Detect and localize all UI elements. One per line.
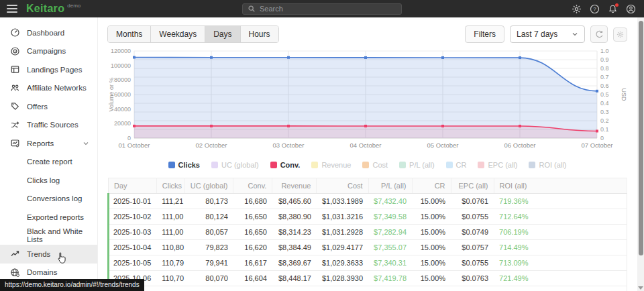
settings-gear-icon[interactable]	[572, 4, 582, 14]
svg-text:04 October: 04 October	[350, 141, 382, 149]
tab-months[interactable]: Months	[108, 26, 151, 42]
column-header[interactable]: Clicks	[156, 178, 184, 194]
column-header[interactable]: P/L (all)	[368, 178, 412, 194]
legend-item[interactable]: CR	[446, 161, 467, 169]
svg-text:?: ?	[593, 6, 596, 12]
legend-item[interactable]: ROI (all)	[529, 161, 566, 169]
table-cell: 721.49%	[494, 271, 627, 286]
sidebar-item-campaigns[interactable]: Campaigns	[0, 42, 97, 61]
toolbar: Months Weekdays Days Hours Filters Last …	[107, 25, 627, 43]
scrollbar-down-arrow-icon[interactable]	[638, 286, 643, 290]
table-cell: 2025-10-01	[109, 194, 157, 209]
date-range-select[interactable]: Last 7 days	[510, 25, 585, 43]
svg-text:40000: 40000	[114, 106, 131, 113]
legend-item[interactable]: Conv.	[270, 161, 301, 169]
table-row-partial[interactable]: 2025-10-0764,8046,8009,720$4,900.01$601.…	[109, 286, 627, 291]
table-row[interactable]: 2025-10-06110,7080,07016,604$8,448.17$1,…	[109, 271, 627, 286]
table-row[interactable]: 2025-10-02111,0080,12416,650$8,380.90$1,…	[109, 209, 627, 225]
table-cell: 15.00%	[412, 255, 451, 271]
table-cell: 715.10%	[494, 286, 627, 291]
refresh-button[interactable]	[590, 25, 608, 43]
sidebar-item-dashboard[interactable]: Dashboard	[0, 23, 97, 42]
legend-label: ROI (all)	[539, 161, 566, 169]
legend-item[interactable]: P/L (all)	[399, 161, 435, 169]
notifications-bell-icon[interactable]	[608, 4, 618, 14]
svg-text:0.9: 0.9	[600, 56, 609, 63]
svg-text:1.0: 1.0	[600, 48, 609, 54]
scrollbar-thumb[interactable]	[639, 21, 643, 255]
table-cell: $7,355.07	[368, 240, 412, 255]
table-row[interactable]: 2025-10-01111,2180,17316,680$8,465.60$1,…	[109, 194, 627, 209]
column-header[interactable]: Conv.	[233, 178, 272, 194]
table-cell: $8,384.49	[272, 240, 317, 255]
app-logo[interactable]: Keitaro	[26, 3, 64, 15]
column-header[interactable]: Revenue	[272, 178, 317, 194]
table-cell: 80,057	[184, 225, 233, 240]
hamburger-menu-icon[interactable]	[7, 5, 17, 13]
table-row[interactable]: 2025-10-05110,7979,94116,617$8,369.67$1,…	[109, 255, 627, 271]
tab-days[interactable]: Days	[205, 26, 240, 42]
sidebar-item-create-report[interactable]: Create report	[0, 153, 97, 172]
legend-item[interactable]: UC (global)	[211, 161, 259, 169]
table-cell: 110,79	[156, 255, 184, 271]
legend-item[interactable]: Clicks	[168, 161, 200, 169]
table-cell: 16,650	[233, 209, 272, 225]
main-content: Months Weekdays Days Hours Filters Last …	[98, 17, 637, 291]
sidebar-item-black-white-lists[interactable]: Black and White Lists	[0, 227, 97, 245]
sidebar-item-exported-reports[interactable]: Exported reports	[0, 208, 97, 227]
help-icon[interactable]: ?	[590, 4, 600, 14]
table-cell: 111,00	[156, 209, 184, 225]
table-cell: $0.0761	[451, 194, 494, 209]
vertical-scrollbar[interactable]	[637, 17, 644, 291]
column-header[interactable]: EPC (all)	[451, 178, 494, 194]
sidebar-label: Create report	[27, 158, 72, 166]
landings-page-icon	[9, 64, 20, 74]
user-account-icon[interactable]	[626, 4, 636, 14]
table-cell: 9,720	[233, 286, 272, 291]
sidebar-label: Campaigns	[27, 47, 66, 55]
legend-item[interactable]: Revenue	[311, 161, 351, 169]
global-search[interactable]	[242, 3, 402, 15]
sidebar-item-affiliate-networks[interactable]: Affiliate Networks	[0, 79, 97, 98]
svg-text:0.3: 0.3	[600, 109, 609, 115]
legend-item[interactable]: Cost	[362, 161, 388, 169]
column-header[interactable]: Cost	[317, 178, 368, 194]
column-header[interactable]: UC (global)	[184, 178, 233, 194]
sidebar-item-traffic-sources[interactable]: Traffic Sources	[0, 116, 97, 135]
traffic-split-icon	[9, 120, 20, 130]
legend-item[interactable]: EPC (all)	[478, 161, 517, 169]
table-cell: 15.00%	[412, 240, 451, 255]
sidebar-item-offers[interactable]: Offers	[0, 97, 97, 116]
table-row[interactable]: 2025-10-03111,0080,05716,650$8,314.23$1,…	[109, 225, 627, 240]
legend-swatch	[446, 162, 453, 168]
table-row[interactable]: 2025-10-04110,8079,82316,620$8,384.49$1,…	[109, 240, 627, 255]
top-header: Keitaro demo ?	[0, 0, 644, 17]
svg-text:03 October: 03 October	[273, 141, 305, 149]
table-cell: 110,80	[156, 240, 184, 255]
search-input[interactable]	[260, 5, 396, 13]
chevron-down-icon	[83, 140, 89, 147]
table-cell: 16,620	[233, 240, 272, 255]
sidebar-item-landings-pages[interactable]: Landings Pages	[0, 60, 97, 79]
sidebar-item-clicks-log[interactable]: Clicks log	[0, 171, 97, 190]
table-cell: 2025-10-03	[109, 225, 157, 240]
svg-text:01 October: 01 October	[119, 141, 150, 149]
chart-settings-gear-button[interactable]	[613, 27, 627, 42]
tab-hours[interactable]: Hours	[241, 26, 278, 42]
table-header-row: DayClicksUC (global)Conv.RevenueCostP/L …	[109, 178, 627, 194]
campaigns-target-icon	[9, 46, 20, 56]
sidebar-item-trends[interactable]: Trends	[0, 245, 97, 264]
column-header[interactable]: Day	[109, 178, 157, 194]
legend-swatch	[362, 162, 369, 168]
legend-swatch	[311, 162, 318, 168]
column-header[interactable]: CR	[412, 178, 451, 194]
table-cell: 713.09%	[494, 255, 627, 271]
column-header[interactable]: ROI (all)	[494, 178, 627, 194]
svg-text:0: 0	[127, 135, 131, 141]
tab-weekdays[interactable]: Weekdays	[151, 26, 205, 42]
table-cell: 16,604	[233, 271, 272, 286]
sidebar-item-reports[interactable]: Reports	[0, 134, 97, 153]
sidebar-item-conversions-log[interactable]: Conversions log	[0, 190, 97, 209]
sidebar: Dashboard Campaigns Landings Pages Affil…	[0, 17, 98, 291]
filters-button[interactable]: Filters	[465, 25, 504, 43]
